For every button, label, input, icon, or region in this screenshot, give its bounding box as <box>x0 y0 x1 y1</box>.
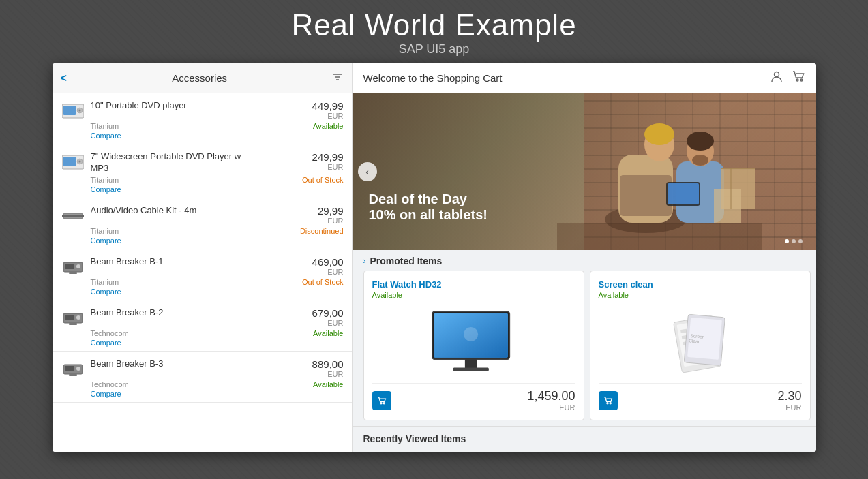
svg-point-53 <box>383 402 385 403</box>
promoted-item-title[interactable]: Screen clean <box>599 279 802 290</box>
slide-subtitle: SAP UI5 app <box>399 42 470 57</box>
product-brand: Technocom <box>91 380 129 388</box>
svg-rect-43 <box>714 189 741 223</box>
product-price: 249,99 EUR <box>312 151 344 171</box>
promoted-card-pi2: Screen clean Available Screen Clean <box>590 271 811 420</box>
recently-viewed-header: Recently Viewed Items <box>353 426 816 448</box>
promoted-item-status: Available <box>599 291 802 299</box>
svg-rect-18 <box>69 272 77 274</box>
product-item-p4: Beam Breaker B-1 469,00 EUR Titanium Out… <box>53 249 352 300</box>
filter-icon[interactable] <box>332 72 343 85</box>
svg-point-38 <box>692 155 708 166</box>
product-name[interactable]: Beam Breaker B-3 <box>91 358 164 370</box>
right-content: Deal of the Day 10% on all tablets! ‹ › … <box>353 93 816 452</box>
price-amount: 449,99 <box>312 100 344 112</box>
svg-point-10 <box>78 161 80 163</box>
svg-rect-41 <box>668 183 699 204</box>
promoted-item-image: Screen Clean <box>599 305 802 377</box>
slide-title: Real World Example <box>291 8 576 42</box>
svg-rect-13 <box>80 215 84 217</box>
promoted-item-price: 2.30 EUR <box>777 389 801 412</box>
product-image <box>61 153 85 172</box>
svg-rect-22 <box>69 323 77 325</box>
price-currency: EUR <box>312 268 344 276</box>
product-item-p5: Beam Breaker B-2 679,00 EUR Technocom Av… <box>53 300 352 352</box>
back-button[interactable]: < <box>61 72 67 84</box>
promoted-section-label: Promoted Items <box>370 256 443 266</box>
promoted-item-title[interactable]: Flat Watch HD32 <box>372 279 575 290</box>
svg-point-21 <box>76 315 80 320</box>
svg-point-52 <box>380 402 381 403</box>
svg-rect-4 <box>63 106 76 115</box>
product-row1: Beam Breaker B-2 679,00 EUR <box>61 307 344 328</box>
price-currency: EUR <box>312 319 344 327</box>
product-row1: Beam Breaker B-1 469,00 EUR <box>61 256 344 277</box>
hero-text: Deal of the Day 10% on all tablets! <box>369 191 488 223</box>
product-name[interactable]: Beam Breaker B-2 <box>91 307 164 319</box>
product-brand: Titanium <box>91 122 119 130</box>
promoted-items-grid: Flat Watch HD32 Available <box>353 271 816 426</box>
product-image <box>61 206 85 226</box>
promoted-card-pi1: Flat Watch HD32 Available <box>363 271 584 420</box>
right-panel: Welcome to the Shopping Cart <box>353 63 816 452</box>
promoted-item-footer: 1,459.00 EUR <box>372 383 575 412</box>
product-name[interactable]: Audio/Video Cable Kit - 4m <box>91 205 197 217</box>
product-name[interactable]: 7" Widescreen Portable DVD Player w MP3 <box>91 151 254 174</box>
compare-link[interactable]: Compare <box>61 132 344 140</box>
promoted-item-price: 1,459.00 EUR <box>527 389 575 412</box>
product-name[interactable]: 10" Portable DVD player <box>91 100 187 112</box>
cart-icon[interactable] <box>792 69 805 87</box>
product-row2: Titanium Out of Stock <box>61 176 344 184</box>
compare-link[interactable]: Compare <box>61 390 344 398</box>
compare-link[interactable]: Compare <box>61 236 344 245</box>
svg-point-28 <box>796 79 798 81</box>
product-status: Out of Stock <box>302 176 344 184</box>
price-amount: 2.30 <box>777 389 801 403</box>
product-item-p6: Beam Breaker B-3 889,00 EUR Technocom Av… <box>53 352 352 403</box>
price-amount: 249,99 <box>312 151 344 163</box>
hero-prev-button[interactable]: ‹ <box>358 162 377 181</box>
product-price: 679,00 EUR <box>312 307 344 327</box>
compare-link[interactable]: Compare <box>61 288 344 296</box>
product-name[interactable]: Beam Breaker B-1 <box>91 256 164 268</box>
promoted-item-image <box>372 305 575 377</box>
product-row2: Titanium Available <box>61 122 344 130</box>
price-amount: 889,00 <box>312 358 344 370</box>
add-to-cart-button[interactable] <box>372 391 391 410</box>
product-brand: Titanium <box>91 278 119 286</box>
price-currency: EUR <box>318 217 344 225</box>
left-panel: < Accessories 10" Portable D <box>53 63 353 452</box>
price-currency: EUR <box>312 370 344 378</box>
svg-point-6 <box>78 110 80 112</box>
product-row1: Beam Breaker B-3 889,00 EUR <box>61 358 344 379</box>
svg-rect-49 <box>464 359 477 368</box>
svg-rect-35 <box>620 175 672 216</box>
price-amount: 1,459.00 <box>527 389 575 403</box>
price-currency: EUR <box>527 403 575 412</box>
promoted-section-header: › Promoted Items <box>353 250 816 271</box>
product-item-p3: Audio/Video Cable Kit - 4m 29,99 EUR Tit… <box>53 198 352 249</box>
product-item-p2: 7" Widescreen Portable DVD Player w MP3 … <box>53 144 352 198</box>
hero-people-illustration <box>557 100 762 250</box>
svg-point-25 <box>76 367 80 371</box>
product-row2: Titanium Out of Stock <box>61 278 344 286</box>
add-to-cart-button[interactable] <box>599 391 618 410</box>
svg-point-29 <box>800 79 803 81</box>
compare-link[interactable]: Compare <box>61 339 344 347</box>
product-left: Beam Breaker B-3 <box>61 358 164 379</box>
hero-banner: Deal of the Day 10% on all tablets! ‹ <box>353 93 816 250</box>
dot-3 <box>798 239 803 243</box>
promoted-section-toggle[interactable]: › <box>363 256 366 266</box>
svg-rect-16 <box>65 264 74 269</box>
svg-point-63 <box>606 402 608 403</box>
hero-text-line1: Deal of the Day <box>369 191 488 207</box>
price-amount: 469,00 <box>312 256 344 268</box>
person-icon[interactable] <box>770 69 783 87</box>
left-panel-title: Accessories <box>172 72 227 84</box>
product-row1: Audio/Video Cable Kit - 4m 29,99 EUR <box>61 205 344 226</box>
right-panel-title: Welcome to the Shopping Cart <box>363 72 503 84</box>
svg-point-17 <box>76 264 80 268</box>
price-currency: EUR <box>312 112 344 120</box>
compare-link[interactable]: Compare <box>61 185 344 194</box>
svg-rect-50 <box>453 367 489 371</box>
